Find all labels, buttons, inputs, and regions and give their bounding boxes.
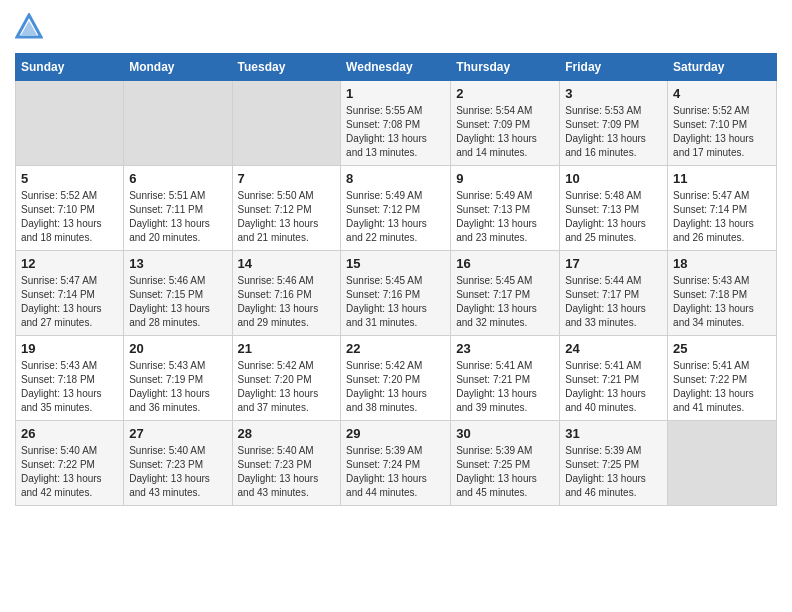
- day-info: Sunrise: 5:40 AM Sunset: 7:22 PM Dayligh…: [21, 444, 118, 500]
- day-number: 17: [565, 256, 662, 271]
- calendar-cell: 29Sunrise: 5:39 AM Sunset: 7:24 PM Dayli…: [341, 421, 451, 506]
- day-number: 29: [346, 426, 445, 441]
- day-number: 4: [673, 86, 771, 101]
- day-number: 19: [21, 341, 118, 356]
- day-number: 12: [21, 256, 118, 271]
- day-info: Sunrise: 5:45 AM Sunset: 7:16 PM Dayligh…: [346, 274, 445, 330]
- day-info: Sunrise: 5:46 AM Sunset: 7:16 PM Dayligh…: [238, 274, 336, 330]
- day-info: Sunrise: 5:47 AM Sunset: 7:14 PM Dayligh…: [21, 274, 118, 330]
- calendar-cell: 8Sunrise: 5:49 AM Sunset: 7:12 PM Daylig…: [341, 166, 451, 251]
- calendar-cell: 11Sunrise: 5:47 AM Sunset: 7:14 PM Dayli…: [668, 166, 777, 251]
- day-info: Sunrise: 5:42 AM Sunset: 7:20 PM Dayligh…: [238, 359, 336, 415]
- day-info: Sunrise: 5:55 AM Sunset: 7:08 PM Dayligh…: [346, 104, 445, 160]
- day-number: 18: [673, 256, 771, 271]
- week-row-2: 5Sunrise: 5:52 AM Sunset: 7:10 PM Daylig…: [16, 166, 777, 251]
- calendar-cell: 22Sunrise: 5:42 AM Sunset: 7:20 PM Dayli…: [341, 336, 451, 421]
- day-number: 25: [673, 341, 771, 356]
- day-info: Sunrise: 5:49 AM Sunset: 7:12 PM Dayligh…: [346, 189, 445, 245]
- day-info: Sunrise: 5:39 AM Sunset: 7:25 PM Dayligh…: [565, 444, 662, 500]
- day-info: Sunrise: 5:51 AM Sunset: 7:11 PM Dayligh…: [129, 189, 226, 245]
- day-number: 10: [565, 171, 662, 186]
- day-info: Sunrise: 5:41 AM Sunset: 7:22 PM Dayligh…: [673, 359, 771, 415]
- day-number: 23: [456, 341, 554, 356]
- calendar-cell: 18Sunrise: 5:43 AM Sunset: 7:18 PM Dayli…: [668, 251, 777, 336]
- week-row-4: 19Sunrise: 5:43 AM Sunset: 7:18 PM Dayli…: [16, 336, 777, 421]
- calendar-cell: 20Sunrise: 5:43 AM Sunset: 7:19 PM Dayli…: [124, 336, 232, 421]
- day-number: 6: [129, 171, 226, 186]
- logo: [15, 15, 47, 43]
- week-row-3: 12Sunrise: 5:47 AM Sunset: 7:14 PM Dayli…: [16, 251, 777, 336]
- day-info: Sunrise: 5:41 AM Sunset: 7:21 PM Dayligh…: [456, 359, 554, 415]
- day-number: 16: [456, 256, 554, 271]
- day-info: Sunrise: 5:41 AM Sunset: 7:21 PM Dayligh…: [565, 359, 662, 415]
- day-info: Sunrise: 5:43 AM Sunset: 7:18 PM Dayligh…: [673, 274, 771, 330]
- calendar-cell: 13Sunrise: 5:46 AM Sunset: 7:15 PM Dayli…: [124, 251, 232, 336]
- header-cell-friday: Friday: [560, 54, 668, 81]
- calendar-cell: 16Sunrise: 5:45 AM Sunset: 7:17 PM Dayli…: [451, 251, 560, 336]
- calendar-cell: 7Sunrise: 5:50 AM Sunset: 7:12 PM Daylig…: [232, 166, 341, 251]
- day-info: Sunrise: 5:53 AM Sunset: 7:09 PM Dayligh…: [565, 104, 662, 160]
- day-info: Sunrise: 5:43 AM Sunset: 7:18 PM Dayligh…: [21, 359, 118, 415]
- day-number: 13: [129, 256, 226, 271]
- day-info: Sunrise: 5:52 AM Sunset: 7:10 PM Dayligh…: [673, 104, 771, 160]
- calendar-cell: [232, 81, 341, 166]
- calendar-cell: 21Sunrise: 5:42 AM Sunset: 7:20 PM Dayli…: [232, 336, 341, 421]
- calendar-cell: 2Sunrise: 5:54 AM Sunset: 7:09 PM Daylig…: [451, 81, 560, 166]
- day-number: 24: [565, 341, 662, 356]
- calendar-cell: 26Sunrise: 5:40 AM Sunset: 7:22 PM Dayli…: [16, 421, 124, 506]
- day-info: Sunrise: 5:40 AM Sunset: 7:23 PM Dayligh…: [238, 444, 336, 500]
- day-number: 31: [565, 426, 662, 441]
- week-row-1: 1Sunrise: 5:55 AM Sunset: 7:08 PM Daylig…: [16, 81, 777, 166]
- day-number: 9: [456, 171, 554, 186]
- calendar-cell: 10Sunrise: 5:48 AM Sunset: 7:13 PM Dayli…: [560, 166, 668, 251]
- calendar-cell: 24Sunrise: 5:41 AM Sunset: 7:21 PM Dayli…: [560, 336, 668, 421]
- calendar-cell: 27Sunrise: 5:40 AM Sunset: 7:23 PM Dayli…: [124, 421, 232, 506]
- day-info: Sunrise: 5:47 AM Sunset: 7:14 PM Dayligh…: [673, 189, 771, 245]
- day-info: Sunrise: 5:44 AM Sunset: 7:17 PM Dayligh…: [565, 274, 662, 330]
- calendar-cell: 31Sunrise: 5:39 AM Sunset: 7:25 PM Dayli…: [560, 421, 668, 506]
- week-row-5: 26Sunrise: 5:40 AM Sunset: 7:22 PM Dayli…: [16, 421, 777, 506]
- day-number: 5: [21, 171, 118, 186]
- day-info: Sunrise: 5:39 AM Sunset: 7:25 PM Dayligh…: [456, 444, 554, 500]
- day-info: Sunrise: 5:43 AM Sunset: 7:19 PM Dayligh…: [129, 359, 226, 415]
- calendar-cell: 4Sunrise: 5:52 AM Sunset: 7:10 PM Daylig…: [668, 81, 777, 166]
- day-info: Sunrise: 5:54 AM Sunset: 7:09 PM Dayligh…: [456, 104, 554, 160]
- calendar-cell: 1Sunrise: 5:55 AM Sunset: 7:08 PM Daylig…: [341, 81, 451, 166]
- day-info: Sunrise: 5:39 AM Sunset: 7:24 PM Dayligh…: [346, 444, 445, 500]
- day-info: Sunrise: 5:48 AM Sunset: 7:13 PM Dayligh…: [565, 189, 662, 245]
- day-number: 28: [238, 426, 336, 441]
- calendar-cell: 14Sunrise: 5:46 AM Sunset: 7:16 PM Dayli…: [232, 251, 341, 336]
- calendar-cell: 9Sunrise: 5:49 AM Sunset: 7:13 PM Daylig…: [451, 166, 560, 251]
- day-info: Sunrise: 5:40 AM Sunset: 7:23 PM Dayligh…: [129, 444, 226, 500]
- day-info: Sunrise: 5:49 AM Sunset: 7:13 PM Dayligh…: [456, 189, 554, 245]
- calendar-cell: [124, 81, 232, 166]
- day-number: 15: [346, 256, 445, 271]
- header-cell-monday: Monday: [124, 54, 232, 81]
- day-number: 20: [129, 341, 226, 356]
- day-info: Sunrise: 5:46 AM Sunset: 7:15 PM Dayligh…: [129, 274, 226, 330]
- calendar-cell: [668, 421, 777, 506]
- header-cell-sunday: Sunday: [16, 54, 124, 81]
- day-number: 7: [238, 171, 336, 186]
- day-number: 8: [346, 171, 445, 186]
- calendar-cell: 3Sunrise: 5:53 AM Sunset: 7:09 PM Daylig…: [560, 81, 668, 166]
- day-number: 27: [129, 426, 226, 441]
- calendar-table: SundayMondayTuesdayWednesdayThursdayFrid…: [15, 53, 777, 506]
- day-number: 30: [456, 426, 554, 441]
- calendar-cell: 6Sunrise: 5:51 AM Sunset: 7:11 PM Daylig…: [124, 166, 232, 251]
- calendar-cell: 17Sunrise: 5:44 AM Sunset: 7:17 PM Dayli…: [560, 251, 668, 336]
- calendar-cell: 25Sunrise: 5:41 AM Sunset: 7:22 PM Dayli…: [668, 336, 777, 421]
- calendar-cell: [16, 81, 124, 166]
- day-info: Sunrise: 5:52 AM Sunset: 7:10 PM Dayligh…: [21, 189, 118, 245]
- day-number: 2: [456, 86, 554, 101]
- calendar-cell: 19Sunrise: 5:43 AM Sunset: 7:18 PM Dayli…: [16, 336, 124, 421]
- day-info: Sunrise: 5:45 AM Sunset: 7:17 PM Dayligh…: [456, 274, 554, 330]
- day-number: 21: [238, 341, 336, 356]
- header-cell-wednesday: Wednesday: [341, 54, 451, 81]
- logo-icon: [15, 13, 43, 41]
- day-number: 14: [238, 256, 336, 271]
- calendar-cell: 15Sunrise: 5:45 AM Sunset: 7:16 PM Dayli…: [341, 251, 451, 336]
- day-number: 22: [346, 341, 445, 356]
- calendar-cell: 28Sunrise: 5:40 AM Sunset: 7:23 PM Dayli…: [232, 421, 341, 506]
- day-number: 1: [346, 86, 445, 101]
